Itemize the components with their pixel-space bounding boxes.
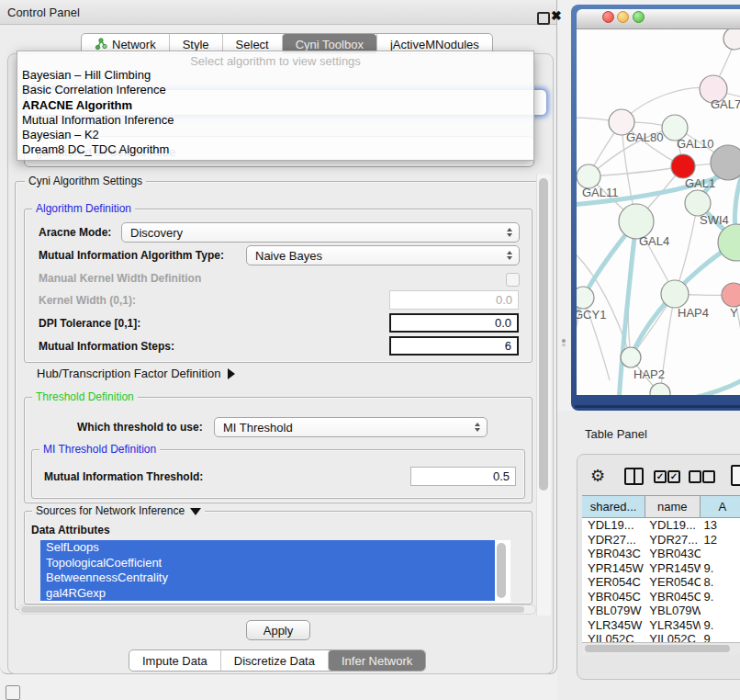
- data-attribute-item[interactable]: BetweennessCentrality: [40, 570, 495, 586]
- column-header[interactable]: A: [701, 496, 740, 517]
- data-attribute-item[interactable]: SelfLoops: [40, 540, 495, 556]
- which-threshold-combobox[interactable]: MI Threshold: [214, 417, 488, 437]
- table-cell[interactable]: YDL19...: [582, 518, 645, 533]
- table-cell[interactable]: YPR145W: [582, 561, 645, 576]
- network-node[interactable]: [711, 145, 740, 180]
- group-title: Cyni Algorithm Settings: [25, 175, 146, 187]
- mi-type-combobox[interactable]: Naive Bayes: [246, 245, 520, 265]
- table-cell[interactable]: YBL079W: [645, 604, 700, 618]
- splitter-grip[interactable]: [562, 339, 566, 343]
- network-edge[interactable]: [589, 166, 683, 176]
- table-row[interactable]: YER054CYER054C8.: [582, 575, 740, 590]
- table-row[interactable]: YDR27...YDR27...12: [582, 533, 740, 548]
- algorithm-menu-item[interactable]: Basic Correlation Inference: [17, 83, 533, 97]
- table-cell[interactable]: 9.: [701, 590, 740, 604]
- data-attributes-list[interactable]: SelfLoopsTopologicalCoefficientBetweenne…: [40, 540, 510, 603]
- mi-steps-field[interactable]: 6: [389, 336, 519, 356]
- mi-threshold-field[interactable]: 0.5: [410, 467, 516, 486]
- network-canvas[interactable]: GAL7GAL80GAL10GAL1GAL11SWI4GAL4GCY1HAP4Y…: [577, 29, 740, 395]
- network-node[interactable]: [685, 190, 711, 216]
- checked-checkbox-icon[interactable]: ✓: [667, 470, 680, 483]
- table-cell[interactable]: YBR043C: [582, 547, 645, 561]
- network-node[interactable]: [722, 283, 740, 307]
- tab-impute-data[interactable]: Impute Data: [129, 650, 220, 671]
- table-row[interactable]: YLR345WYLR345W9.: [582, 618, 740, 633]
- table-row[interactable]: YBR045CYBR045C9.: [582, 590, 740, 604]
- close-traffic-light[interactable]: [602, 11, 614, 23]
- table-cell[interactable]: YLR345W: [645, 618, 700, 633]
- table-cell[interactable]: [701, 604, 740, 618]
- network-window-titlebar[interactable]: [577, 9, 740, 29]
- network-node[interactable]: [577, 287, 594, 309]
- aracne-mode-label: Aracne Mode:: [39, 226, 111, 239]
- table-cell[interactable]: YBR045C: [582, 590, 645, 604]
- spinner-arrows-icon: [507, 228, 512, 237]
- expand-arrow-icon: [228, 368, 235, 379]
- zoom-traffic-light[interactable]: [633, 11, 645, 23]
- sources-expander[interactable]: Sources for Network Inference: [32, 504, 205, 517]
- table-cell[interactable]: [701, 547, 740, 561]
- network-node[interactable]: [621, 347, 641, 367]
- table-cell[interactable]: YBR045C: [645, 590, 700, 604]
- table-row[interactable]: YPR145WYPR145W9.: [582, 561, 740, 576]
- table-cell[interactable]: YDL19...: [645, 518, 700, 533]
- table-cell[interactable]: YBL079W: [582, 604, 645, 618]
- table-cell[interactable]: 12: [701, 533, 740, 548]
- network-node[interactable]: [671, 154, 695, 178]
- data-attribute-item[interactable]: TopologicalCoefficient: [40, 556, 495, 571]
- checked-checkbox-icon[interactable]: ✓: [654, 470, 667, 483]
- network-node[interactable]: [723, 29, 740, 50]
- data-attribute-item[interactable]: gal4RGexp: [40, 586, 495, 602]
- table-cell[interactable]: 9.: [701, 618, 740, 633]
- algorithm-menu-item[interactable]: Mutual Information Inference: [17, 113, 533, 128]
- aracne-mode-combobox[interactable]: Discovery: [121, 222, 520, 243]
- unchecked-checkbox-icon[interactable]: [689, 470, 701, 483]
- tab-discretize-data[interactable]: Discretize Data: [220, 650, 328, 671]
- network-node[interactable]: [661, 280, 689, 308]
- float-window-icon[interactable]: [537, 12, 550, 25]
- table-row[interactable]: YBR043CYBR043C: [582, 547, 740, 561]
- columns-icon[interactable]: [624, 468, 644, 485]
- table-cell[interactable]: YPR145W: [645, 561, 700, 576]
- document-icon[interactable]: [731, 465, 740, 486]
- algorithm-menu-item[interactable]: Bayesian – K2: [17, 128, 533, 142]
- kernel-width-field[interactable]: 0.0: [389, 290, 519, 310]
- vertical-scrollbar[interactable]: [536, 175, 551, 615]
- table-cell[interactable]: YER054C: [645, 575, 700, 590]
- scrollbar-thumb[interactable]: [21, 606, 524, 613]
- algorithm-menu-item[interactable]: ARACNE Algorithm: [17, 98, 533, 113]
- manual-kernel-checkbox[interactable]: [506, 273, 520, 287]
- table-panel-title: Table Panel: [585, 427, 647, 441]
- gear-icon[interactable]: ⚙: [590, 466, 605, 486]
- column-header[interactable]: name: [645, 496, 700, 517]
- minimized-panel-icon[interactable]: [6, 685, 20, 700]
- tab-infer-network[interactable]: Infer Network: [328, 650, 425, 671]
- unchecked-checkbox-icon[interactable]: [702, 470, 715, 483]
- table-cell[interactable]: YLR345W: [582, 618, 645, 633]
- scrollbar-thumb[interactable]: [539, 178, 548, 491]
- table-cell[interactable]: 9.: [701, 561, 740, 576]
- table-row[interactable]: YDL19...YDL19...13: [582, 518, 740, 533]
- close-icon[interactable]: ✖: [551, 8, 562, 23]
- table-cell[interactable]: YER054C: [582, 575, 645, 590]
- table-row[interactable]: YBL079WYBL079W: [582, 604, 740, 618]
- list-scrollbar-thumb[interactable]: [497, 543, 506, 598]
- dpi-tolerance-field[interactable]: 0.0: [389, 313, 519, 333]
- column-header[interactable]: shared...: [582, 496, 645, 517]
- apply-button[interactable]: Apply: [246, 620, 310, 640]
- table-cell[interactable]: 13: [701, 518, 740, 533]
- scrollbar-thumb[interactable]: [585, 645, 730, 652]
- horizontal-scrollbar[interactable]: [18, 604, 536, 615]
- hub-definition-expander[interactable]: Hub/Transcription Factor Definition: [37, 367, 235, 380]
- table-horizontal-scrollbar[interactable]: [582, 642, 740, 655]
- minimize-traffic-light[interactable]: [617, 11, 629, 23]
- splitter-grip[interactable]: [562, 344, 566, 346]
- table-cell[interactable]: YDR27...: [645, 533, 700, 548]
- node-label: HAP2: [633, 367, 665, 381]
- table-cell[interactable]: YDR27...: [582, 533, 645, 548]
- algorithm-menu-item[interactable]: Dream8 DC_TDC Algorithm: [17, 142, 533, 157]
- algorithm-menu-item[interactable]: Bayesian – Hill Climbing: [17, 68, 533, 83]
- network-edge[interactable]: [670, 378, 740, 395]
- table-cell[interactable]: 8.: [701, 575, 740, 590]
- table-cell[interactable]: YBR043C: [645, 547, 700, 561]
